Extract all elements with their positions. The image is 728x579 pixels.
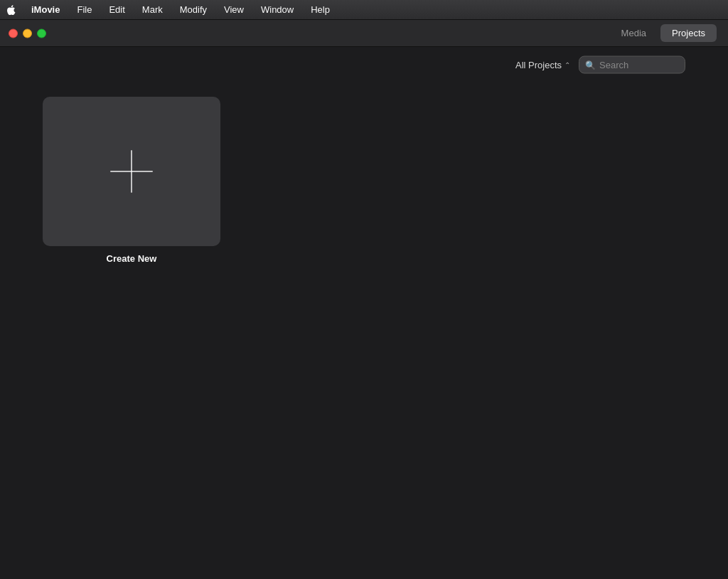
toolbar-center: All Projects ⌃ 🔍 bbox=[515, 56, 685, 74]
chevron-icon: ⌃ bbox=[564, 61, 570, 69]
tab-projects[interactable]: Projects bbox=[660, 24, 717, 42]
titlebar: Media Projects bbox=[0, 20, 728, 47]
menu-modify[interactable]: Modify bbox=[177, 3, 210, 16]
create-new-card[interactable]: Create New bbox=[43, 97, 220, 264]
search-box: 🔍 bbox=[579, 56, 685, 74]
menu-help[interactable]: Help bbox=[308, 3, 333, 16]
menu-file[interactable]: File bbox=[74, 3, 95, 16]
create-new-label: Create New bbox=[107, 253, 157, 264]
content-toolbar: All Projects ⌃ 🔍 bbox=[0, 47, 728, 83]
search-icon: 🔍 bbox=[585, 60, 596, 70]
main-content: All Projects ⌃ 🔍 Create New bbox=[0, 47, 728, 579]
menu-window[interactable]: Window bbox=[258, 3, 296, 16]
close-button[interactable] bbox=[9, 28, 18, 38]
menu-view[interactable]: View bbox=[221, 3, 247, 16]
plus-icon bbox=[110, 150, 153, 193]
menu-mark[interactable]: Mark bbox=[139, 3, 166, 16]
fullscreen-button[interactable] bbox=[37, 28, 46, 38]
plus-vertical bbox=[131, 150, 132, 193]
all-projects-label: All Projects bbox=[515, 60, 562, 70]
minimize-button[interactable] bbox=[23, 28, 32, 38]
tab-media[interactable]: Media bbox=[610, 24, 658, 42]
traffic-lights bbox=[9, 28, 46, 38]
apple-menu[interactable] bbox=[6, 4, 17, 16]
menu-imovie[interactable]: iMovie bbox=[28, 3, 63, 16]
menu-edit[interactable]: Edit bbox=[106, 3, 127, 16]
tab-buttons: Media Projects bbox=[610, 24, 717, 42]
create-new-thumbnail[interactable] bbox=[43, 97, 220, 246]
all-projects-button[interactable]: All Projects ⌃ bbox=[515, 60, 570, 70]
projects-grid: Create New bbox=[0, 83, 728, 278]
search-input[interactable] bbox=[599, 60, 679, 70]
menubar: iMovie File Edit Mark Modify View Window… bbox=[0, 0, 728, 20]
